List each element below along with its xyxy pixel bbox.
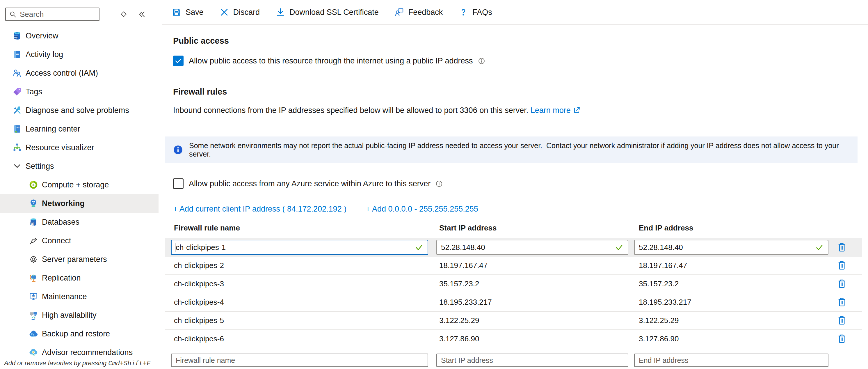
start-ip-cell[interactable]: 3.122.25.29 — [430, 316, 628, 325]
save-icon — [172, 7, 182, 17]
sidebar-item-resource-visualizer[interactable]: Resource visualizer — [0, 138, 158, 157]
sidebar-item-label: Activity log — [26, 50, 63, 59]
sidebar-item-label: Settings — [26, 162, 54, 171]
diamond-icon — [119, 10, 128, 19]
sidebar-item-label: Overview — [26, 31, 59, 40]
new-rule-row — [165, 352, 862, 369]
trash-icon — [837, 241, 847, 253]
azure-services-checkbox-label: Allow public access from any Azure servi… — [189, 179, 431, 188]
sidebar-item-databases[interactable]: DBDatabases — [0, 213, 158, 232]
column-header-firewall-rule-name: Firewall rule name — [165, 223, 430, 233]
sidebar-item-label: Backup and restore — [42, 330, 110, 338]
save-button[interactable]: Save — [172, 7, 204, 17]
end-ip-cell[interactable]: 3.122.25.29 — [628, 316, 829, 325]
sidebar-item-tags[interactable]: Tags — [0, 82, 158, 101]
delete-rule-button[interactable] — [836, 259, 848, 272]
networking-icon — [29, 198, 38, 208]
rule-name-cell[interactable]: ch-clickpipes-2 — [165, 261, 430, 270]
rule-name-input[interactable] — [171, 240, 428, 255]
sidebar-nav: MyOverviewActivity logAccess control (IA… — [0, 27, 158, 362]
delete-rule-button[interactable] — [836, 296, 848, 309]
new-start-ip-input[interactable] — [436, 353, 628, 367]
sidebar-item-compute-storage[interactable]: $Compute + storage — [0, 176, 158, 194]
end-ip-cell[interactable]: 3.127.86.90 — [628, 334, 829, 343]
sidebar-item-access-control-iam[interactable]: Access control (IAM) — [0, 64, 158, 82]
faqs-button[interactable]: FAQs — [459, 7, 492, 17]
info-icon[interactable] — [435, 180, 443, 188]
trash-icon — [837, 259, 847, 271]
chevron-down-icon — [12, 161, 22, 171]
info-filled-icon — [173, 145, 183, 155]
download-icon — [276, 7, 285, 17]
toolbar-button-label: FAQs — [472, 8, 492, 17]
add-current-client-ip-link[interactable]: + Add current client IP address ( 84.172… — [173, 205, 346, 214]
sidebar-item-label: Networking — [42, 199, 85, 208]
rule-name-cell[interactable]: ch-clickpipes-4 — [165, 298, 430, 307]
learn-more-link[interactable]: Learn more — [531, 106, 571, 115]
sidebar-item-label: Advisor recommendations — [42, 348, 133, 357]
sidebar-item-advisor-recommendations[interactable]: Advisor recommendations — [0, 343, 158, 362]
resize-menu-button[interactable] — [119, 10, 128, 19]
sidebar-item-overview[interactable]: MyOverview — [0, 27, 158, 45]
feedback-button[interactable]: Feedback — [395, 7, 443, 17]
search-input[interactable] — [19, 9, 96, 19]
search-box[interactable] — [5, 7, 99, 21]
faq-icon — [459, 7, 468, 17]
sidebar-item-connect[interactable]: Connect — [0, 232, 158, 250]
start-ip-input[interactable] — [436, 240, 628, 255]
rule-name-cell[interactable]: ch-clickpipes-6 — [165, 334, 430, 343]
sidebar-item-server-parameters[interactable]: Server parameters — [0, 250, 158, 269]
sidebar-item-learning-center[interactable]: 101Learning center — [0, 120, 158, 138]
sidebar-item-replication[interactable]: Replication — [0, 269, 158, 287]
sidebar-item-networking[interactable]: Networking — [0, 194, 158, 213]
end-ip-cell[interactable]: 18.195.233.217 — [628, 298, 829, 307]
delete-rule-button[interactable] — [836, 277, 848, 291]
start-ip-cell[interactable]: 35.157.23.2 — [430, 279, 628, 288]
download-ssl-certificate-button[interactable]: Download SSL Certificate — [276, 7, 379, 17]
new-rule-name-input[interactable] — [171, 353, 428, 367]
sidebar-item-label: Compute + storage — [42, 180, 109, 189]
firewall-rules-heading: Firewall rules — [173, 66, 868, 97]
compute-storage-icon: $ — [29, 180, 38, 190]
firewall-rule-row: ch-clickpipes-418.195.233.21718.195.233.… — [165, 293, 862, 312]
new-end-ip-input[interactable] — [634, 353, 829, 367]
sidebar-item-backup-and-restore[interactable]: Backup and restore — [0, 325, 158, 343]
firewall-rule-row — [165, 238, 862, 257]
start-ip-cell[interactable]: 18.197.167.47 — [430, 261, 628, 270]
connect-icon — [29, 236, 38, 246]
collapse-icon — [137, 10, 146, 19]
azure-services-checkbox[interactable] — [173, 178, 184, 189]
add-all-ips-link[interactable]: + Add 0.0.0.0 - 255.255.255.255 — [366, 205, 478, 214]
sidebar-item-diagnose-and-solve-problems[interactable]: Diagnose and solve problems — [0, 101, 158, 120]
public-access-checkbox[interactable] — [173, 56, 184, 66]
checkmark-icon — [174, 57, 182, 65]
firewall-rule-row: ch-clickpipes-53.122.25.293.122.25.29 — [165, 312, 862, 330]
sidebar-item-label: Replication — [42, 274, 81, 283]
toolbar-button-label: Discard — [233, 8, 260, 17]
sidebar-item-high-availability[interactable]: High availability — [0, 306, 158, 325]
maintenance-icon — [29, 291, 38, 302]
start-ip-cell[interactable]: 18.195.233.217 — [430, 298, 628, 307]
rule-name-cell[interactable]: ch-clickpipes-5 — [165, 316, 430, 325]
public-access-checkbox-row: Allow public access to this resource thr… — [173, 56, 868, 66]
tag-icon — [12, 87, 22, 97]
start-ip-cell[interactable]: 3.127.86.90 — [430, 334, 628, 343]
end-ip-cell[interactable]: 35.157.23.2 — [628, 279, 829, 288]
delete-rule-button[interactable] — [836, 332, 848, 346]
delete-rule-button[interactable] — [836, 314, 848, 328]
sidebar-group-settings[interactable]: Settings — [0, 157, 158, 176]
diagnose-icon — [12, 105, 22, 115]
server-parameters-icon — [29, 254, 38, 264]
delete-rule-button[interactable] — [836, 241, 848, 254]
end-ip-cell[interactable]: 18.197.167.47 — [628, 261, 829, 270]
firewall-rule-row: ch-clickpipes-335.157.23.235.157.23.2 — [165, 275, 862, 293]
rule-name-cell[interactable]: ch-clickpipes-3 — [165, 279, 430, 288]
discard-button[interactable]: Discard — [219, 7, 260, 17]
info-icon[interactable] — [477, 57, 486, 65]
sidebar-item-activity-log[interactable]: Activity log — [0, 45, 158, 64]
collapse-menu-button[interactable] — [137, 10, 146, 19]
end-ip-input[interactable] — [634, 240, 829, 255]
sidebar-item-maintenance[interactable]: Maintenance — [0, 287, 158, 306]
search-icon — [9, 10, 17, 18]
table-header-row: Firewall rule name Start IP address End … — [165, 221, 862, 235]
